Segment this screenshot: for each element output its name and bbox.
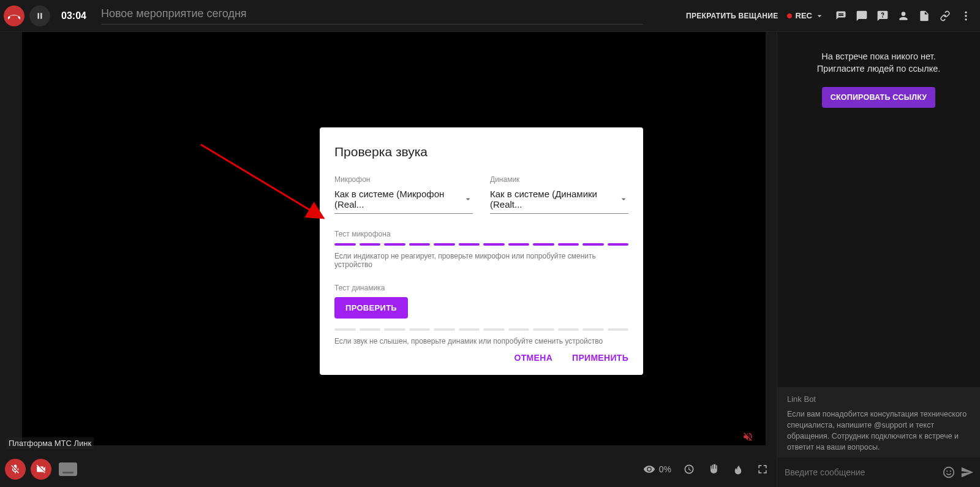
volume-off-icon [742, 431, 753, 442]
level-segment [558, 328, 579, 331]
sound-muted-indicator [741, 430, 755, 444]
eye-icon [643, 463, 655, 475]
speaker-test-label: Тест динамика [334, 284, 628, 292]
level-segment [434, 243, 455, 246]
bot-name: Link Bot [787, 395, 970, 404]
viewers-indicator[interactable]: 0% [643, 463, 671, 475]
mic-select-value: Как в системе (Микрофон (Real... [334, 189, 463, 210]
notes-icon [835, 10, 847, 22]
link-icon [939, 10, 951, 22]
sound-check-dialog: Проверка звука Микрофон Как в системе (М… [320, 127, 643, 375]
pause-icon [36, 12, 44, 20]
level-segment [582, 243, 604, 246]
level-segment [434, 328, 455, 331]
link-button[interactable] [935, 6, 956, 26]
pause-button[interactable] [29, 6, 50, 26]
fullscreen-icon [756, 463, 769, 475]
send-icon [960, 466, 974, 479]
level-segment [384, 328, 405, 331]
mic-hint: Если индикатор не реагирует, проверьте м… [334, 252, 628, 269]
empty-meeting-text-1: На встрече пока никого нет. [785, 51, 973, 61]
level-segment [409, 243, 431, 246]
copy-link-button[interactable]: СКОПИРОВАТЬ ССЫЛКУ [822, 87, 936, 108]
level-segment [508, 243, 530, 246]
empty-meeting-text-2: Пригласите людей по ссылке. [785, 64, 973, 74]
send-button[interactable] [960, 466, 974, 479]
level-segment [608, 328, 629, 331]
phone-hangup-icon [8, 10, 20, 22]
emoji-button[interactable] [942, 466, 956, 479]
bot-message-panel: Link Bot Если вам понадобится консультац… [777, 387, 980, 458]
participants-button[interactable] [893, 6, 914, 26]
svg-point-0 [965, 11, 967, 13]
mic-toggle-button[interactable] [5, 459, 26, 480]
cancel-button[interactable]: ОТМЕНА [514, 353, 552, 363]
files-button[interactable] [914, 6, 935, 26]
chat-input[interactable] [783, 464, 937, 481]
dialog-title: Проверка звука [334, 145, 628, 159]
timer-icon [683, 463, 695, 475]
event-title-input[interactable]: Новое мероприятие сегодня [101, 7, 643, 25]
chat-button[interactable] [851, 6, 872, 26]
mic-select[interactable]: Как в системе (Микрофон (Real... [334, 186, 473, 214]
bottom-toolbar: 0% [0, 451, 777, 487]
emoji-icon [942, 466, 956, 479]
record-label: REC [796, 11, 812, 20]
level-segment [384, 243, 405, 246]
right-sidebar: На встрече пока никого нет. Пригласите л… [777, 32, 980, 487]
help-button[interactable] [872, 6, 893, 26]
record-button[interactable]: REC [787, 11, 824, 21]
mic-test-label: Тест микрофона [334, 230, 628, 238]
more-vert-icon [960, 10, 972, 22]
chevron-down-icon [815, 11, 824, 21]
svg-point-2 [965, 18, 967, 20]
record-dot-icon [787, 13, 792, 18]
fire-icon [733, 463, 744, 475]
more-button[interactable] [956, 6, 976, 26]
fire-reaction-button[interactable] [731, 462, 745, 476]
screen-share-button[interactable] [59, 462, 77, 476]
level-segment [582, 328, 604, 331]
speaker-field-label: Динамик [490, 175, 628, 184]
mic-off-icon [10, 464, 21, 475]
level-segment [558, 243, 579, 246]
level-segment [533, 243, 554, 246]
hand-icon [707, 463, 720, 475]
chat-input-row [777, 458, 980, 487]
level-segment [360, 243, 381, 246]
mic-field-label: Микрофон [334, 175, 473, 184]
apply-button[interactable]: ПРИМЕНИТЬ [572, 353, 628, 363]
level-segment [459, 328, 480, 331]
hangup-button[interactable] [4, 6, 24, 26]
call-timer: 03:04 [61, 10, 86, 21]
level-segment [334, 243, 356, 246]
person-icon [897, 10, 910, 22]
raise-hand-button[interactable] [707, 462, 720, 476]
level-segment [508, 328, 530, 331]
level-segment [360, 328, 381, 331]
level-segment [533, 328, 554, 331]
svg-point-1 [965, 15, 967, 17]
fullscreen-button[interactable] [756, 462, 769, 476]
notes-button[interactable] [831, 6, 851, 26]
stop-broadcast-button[interactable]: ПРЕКРАТИТЬ ВЕЩАНИЕ [686, 12, 778, 20]
level-segment [409, 328, 431, 331]
timer-button[interactable] [682, 462, 696, 476]
svg-point-3 [944, 467, 954, 478]
camera-toggle-button[interactable] [31, 459, 51, 480]
svg-point-4 [946, 470, 948, 472]
level-segment [334, 328, 356, 331]
chevron-down-icon [463, 194, 473, 205]
level-segment [608, 243, 629, 246]
top-bar: 03:04 Новое мероприятие сегодня ПРЕКРАТИ… [0, 0, 980, 32]
level-segment [459, 243, 480, 246]
chat-icon [856, 10, 868, 22]
bot-message-text: Если вам понадобится консультация технич… [787, 409, 970, 453]
viewers-pct: 0% [659, 464, 671, 474]
speaker-level-meter [334, 328, 628, 331]
level-segment [483, 243, 505, 246]
level-segment [483, 328, 505, 331]
speaker-select[interactable]: Как в системе (Динамики (Realt... [490, 186, 628, 214]
file-icon [918, 10, 930, 22]
check-speaker-button[interactable]: ПРОВЕРИТЬ [334, 297, 408, 319]
